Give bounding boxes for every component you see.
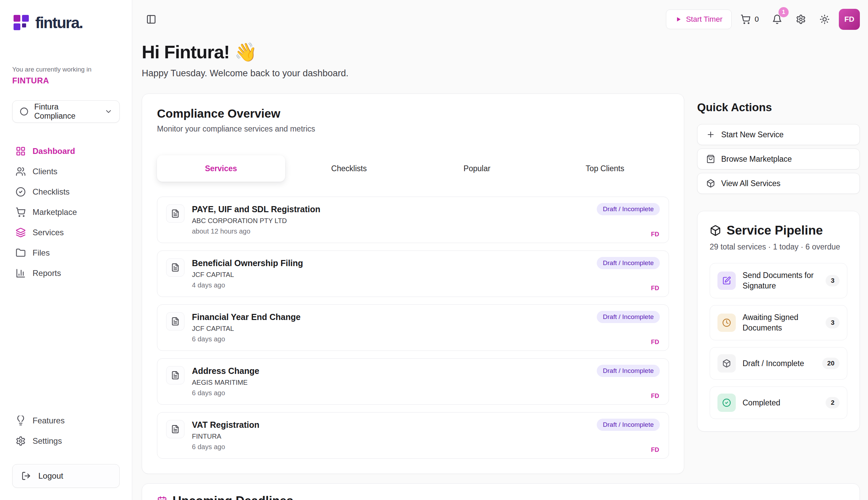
start-new-service-button[interactable]: Start New Service (697, 124, 860, 145)
service-row[interactable]: VAT Registration FINTURA 6 days ago Draf… (157, 412, 669, 459)
cart-count: 0 (755, 15, 759, 24)
shopping-cart-icon (741, 14, 751, 24)
tab-services[interactable]: Services (157, 155, 285, 182)
pipeline-stage-send-documents[interactable]: Send Documents for Signature 3 (710, 263, 847, 298)
service-row[interactable]: Beneficial Ownership Filing JCF CAPITAL … (157, 250, 669, 297)
stage-count-badge: 3 (826, 275, 839, 286)
tab-checklists[interactable]: Checklists (285, 155, 413, 182)
topbar-actions: Start Timer 0 1 (666, 9, 860, 30)
stage-label: Draft / Incomplete (743, 358, 804, 369)
service-info: VAT Registration FINTURA 6 days ago (192, 420, 259, 451)
sidebar-item-services[interactable]: Services (12, 223, 120, 243)
brand-wordmark: fintura. (35, 13, 83, 32)
org-circle-icon (19, 107, 29, 116)
service-client: JCF CAPITAL (192, 271, 303, 279)
main-area: Start Timer 0 1 (132, 0, 868, 500)
service-row[interactable]: Financial Year End Change JCF CAPITAL 6 … (157, 304, 669, 351)
stage-label: Awaiting Signed Documents (743, 312, 819, 333)
sidebar-toggle-button[interactable] (142, 10, 161, 29)
service-client: JCF CAPITAL (192, 325, 301, 332)
sidebar-item-features[interactable]: Features (12, 410, 120, 431)
file-text-icon (166, 312, 184, 330)
dashboard-grid-icon (15, 146, 26, 156)
package-icon (710, 225, 721, 236)
org-selector-label: Fintura Compliance (34, 102, 99, 121)
sidebar-item-settings[interactable]: Settings (12, 431, 120, 451)
start-timer-label: Start Timer (686, 15, 723, 24)
owner-initials: FD (651, 393, 659, 400)
view-all-services-button[interactable]: View All Services (697, 173, 860, 194)
bar-chart-icon (15, 268, 26, 278)
play-icon (675, 16, 682, 23)
service-client: ABC CORPORATION PTY LTD (192, 217, 320, 225)
file-text-icon (166, 420, 184, 438)
nav-label: Services (33, 228, 64, 237)
pipeline-header: Service Pipeline (710, 224, 847, 238)
stage-count-badge: 20 (822, 357, 839, 369)
file-text-icon (166, 204, 184, 223)
stage-label: Completed (743, 398, 780, 408)
owner-initials: FD (651, 285, 659, 292)
package-icon (718, 354, 736, 373)
quick-actions-list: Start New Service Browse Marketplace Vie… (697, 124, 860, 194)
start-timer-button[interactable]: Start Timer (666, 10, 732, 29)
shopping-cart-icon (15, 207, 26, 217)
workspace-name: FINTURA (12, 76, 120, 86)
pipeline-summary: 29 total services · 1 today · 6 overdue (710, 242, 847, 251)
page-title: Hi Fintura! 👋 (142, 41, 860, 63)
stage-count-badge: 3 (826, 317, 839, 329)
pipeline-stage-list: Send Documents for Signature 3 Awaiting … (710, 263, 847, 419)
service-title: Financial Year End Change (192, 312, 301, 322)
browse-marketplace-button[interactable]: Browse Marketplace (697, 148, 860, 170)
owner-initials: FD (651, 231, 659, 238)
nav-label: Dashboard (33, 146, 75, 156)
sidebar: fintura. You are currently working in FI… (0, 0, 132, 500)
cart-button[interactable]: 0 (736, 10, 763, 29)
pipeline-stage-awaiting-signed[interactable]: Awaiting Signed Documents 3 (710, 305, 847, 340)
service-pipeline-card: Service Pipeline 29 total services · 1 t… (697, 211, 860, 432)
file-text-icon (166, 366, 184, 384)
tab-top-clients[interactable]: Top Clients (541, 155, 669, 182)
service-title: Address Change (192, 366, 259, 376)
file-text-icon (166, 258, 184, 276)
nav-label: Features (33, 416, 65, 425)
settings-button[interactable] (791, 10, 810, 29)
package-icon (706, 179, 715, 188)
stage-count-badge: 2 (826, 397, 839, 408)
page-subtitle: Happy Tuesday. Welcome back to your dash… (142, 68, 860, 79)
overview-title: Compliance Overview (157, 107, 669, 120)
service-row[interactable]: Address Change AEGIS MARITIME 6 days ago… (157, 358, 669, 405)
service-row[interactable]: PAYE, UIF and SDL Registration ABC CORPO… (157, 197, 669, 243)
quick-action-label: Browse Marketplace (721, 155, 792, 164)
pipeline-stage-draft-incomplete[interactable]: Draft / Incomplete 20 (710, 347, 847, 380)
nav-label: Checklists (33, 187, 69, 197)
notification-badge: 1 (778, 7, 789, 17)
org-selector[interactable]: Fintura Compliance (12, 100, 120, 123)
sidebar-item-marketplace[interactable]: Marketplace (12, 202, 120, 223)
sidebar-item-checklists[interactable]: Checklists (12, 182, 120, 202)
theme-toggle-button[interactable] (815, 10, 834, 29)
tab-popular[interactable]: Popular (413, 155, 541, 182)
pipeline-stage-completed[interactable]: Completed 2 (710, 386, 847, 419)
owner-initials: FD (651, 339, 659, 346)
panel-left-icon (146, 14, 156, 24)
nav-label: Marketplace (33, 207, 77, 217)
nav-label: Files (33, 248, 50, 258)
check-circle-icon (718, 394, 736, 412)
clock-icon (718, 314, 736, 332)
fintura-logo-icon (12, 13, 31, 32)
gear-icon (796, 14, 806, 24)
right-column: Quick Actions Start New Service Browse M… (697, 93, 860, 432)
sidebar-item-reports[interactable]: Reports (12, 263, 120, 283)
quick-actions-title: Quick Actions (697, 101, 860, 114)
deadlines-title: Upcoming Deadlines (172, 494, 293, 500)
avatar[interactable]: FD (839, 9, 860, 30)
logout-button[interactable]: Logout (12, 464, 120, 488)
sidebar-item-dashboard[interactable]: Dashboard (12, 141, 120, 161)
service-time: about 12 hours ago (192, 227, 320, 235)
sidebar-item-files[interactable]: Files (12, 243, 120, 263)
content-grid: Compliance Overview Monitor your complia… (142, 93, 860, 474)
sidebar-item-clients[interactable]: Clients (12, 161, 120, 182)
service-time: 6 days ago (192, 335, 301, 343)
service-title: VAT Registration (192, 420, 259, 430)
